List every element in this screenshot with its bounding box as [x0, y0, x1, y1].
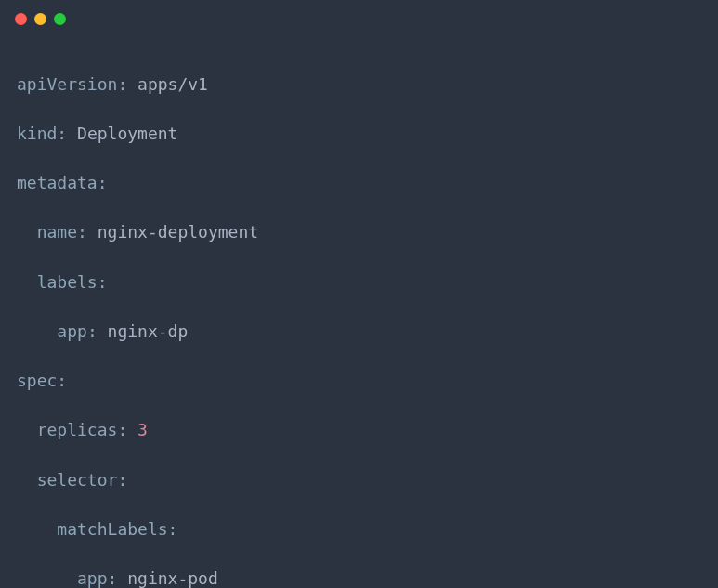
yaml-key: metadata — [17, 173, 98, 192]
yaml-key: apiVersion — [17, 74, 117, 94]
yaml-value: apps/v1 — [137, 74, 208, 94]
yaml-key: app — [57, 321, 87, 341]
yaml-key: name — [37, 222, 77, 242]
close-icon[interactable] — [15, 13, 27, 25]
yaml-value: 3 — [137, 420, 148, 439]
yaml-value: Deployment — [77, 124, 177, 143]
yaml-key: spec — [17, 371, 57, 390]
code-line: metadata: — [17, 171, 701, 196]
code-line: name: nginx-deployment — [17, 220, 701, 245]
code-line: app: nginx-pod — [17, 567, 701, 588]
yaml-key: replicas — [37, 420, 118, 439]
yaml-value: nginx-pod — [127, 568, 218, 588]
code-line: matchLabels: — [17, 517, 701, 542]
yaml-value: nginx-deployment — [98, 222, 258, 242]
code-line: replicas: 3 — [17, 418, 701, 443]
yaml-key: selector — [37, 470, 118, 490]
yaml-key: labels — [37, 272, 98, 292]
yaml-value: nginx-dp — [108, 321, 189, 341]
yaml-key: kind — [17, 124, 57, 143]
yaml-key: app — [77, 568, 108, 588]
code-line: labels: — [17, 270, 701, 295]
code-line: apiVersion: apps/v1 — [17, 72, 701, 98]
window-titlebar — [0, 0, 718, 34]
code-line: kind: Deployment — [17, 122, 701, 147]
minimize-icon[interactable] — [34, 13, 46, 25]
code-line: spec: — [17, 369, 701, 394]
zoom-icon[interactable] — [54, 13, 66, 25]
code-editor[interactable]: apiVersion: apps/v1 kind: Deployment met… — [0, 34, 718, 588]
code-line: selector: — [17, 468, 701, 493]
yaml-key: matchLabels — [57, 519, 167, 539]
code-line: app: nginx-dp — [17, 320, 701, 345]
